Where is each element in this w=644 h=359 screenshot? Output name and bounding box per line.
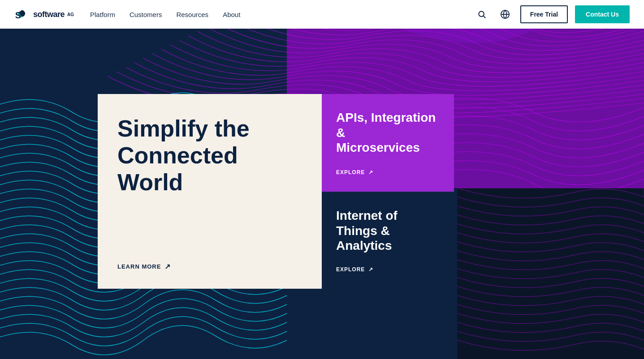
logo-text: software	[33, 10, 65, 19]
iot-card-title: Internet of Things & Analytics	[336, 208, 440, 253]
iot-card[interactable]: Internet of Things & Analytics EXPLORE ↗	[322, 192, 454, 289]
language-button[interactable]	[497, 6, 513, 22]
apis-explore-label: EXPLORE	[336, 169, 365, 175]
iot-explore-link[interactable]: EXPLORE ↗	[336, 266, 440, 273]
nav-links: Platform Customers Resources About	[90, 11, 240, 18]
hero-card: Simplify the Connected World LEARN MORE …	[98, 94, 322, 289]
learn-more-arrow-icon: ↗	[164, 262, 171, 271]
apis-explore-arrow-icon: ↗	[368, 169, 373, 175]
hero-title: Simplify the Connected World	[117, 115, 302, 196]
learn-more-link[interactable]: LEARN MORE ↗	[117, 262, 302, 271]
side-cards: APIs, Integration & Microservices EXPLOR…	[322, 94, 454, 289]
apis-card[interactable]: APIs, Integration & Microservices EXPLOR…	[322, 94, 454, 192]
navbar: S softwareAG Platform Customers Resource…	[0, 0, 644, 29]
nav-link-about[interactable]: About	[223, 11, 240, 18]
search-icon	[477, 10, 486, 19]
nav-link-resources[interactable]: Resources	[176, 11, 208, 18]
contact-us-button[interactable]: Contact Us	[575, 5, 630, 23]
apis-card-title: APIs, Integration & Microservices	[336, 110, 440, 155]
svg-point-1	[479, 11, 484, 17]
hero-section: Simplify the Connected World LEARN MORE …	[0, 0, 644, 359]
svg-line-2	[484, 16, 486, 18]
svg-rect-6	[457, 188, 644, 359]
logo-superscript: AG	[67, 12, 74, 17]
cards-container: Simplify the Connected World LEARN MORE …	[98, 94, 456, 289]
logo-icon: S	[14, 6, 30, 22]
iot-explore-arrow-icon: ↗	[368, 266, 373, 273]
iot-explore-label: EXPLORE	[336, 266, 365, 273]
globe-icon	[500, 9, 510, 19]
apis-explore-link[interactable]: EXPLORE ↗	[336, 169, 440, 175]
free-trial-button[interactable]: Free Trial	[520, 5, 568, 23]
svg-text:S: S	[15, 10, 21, 20]
nav-link-platform[interactable]: Platform	[90, 11, 115, 18]
search-button[interactable]	[474, 6, 490, 22]
learn-more-label: LEARN MORE	[117, 263, 161, 270]
navbar-left: S softwareAG Platform Customers Resource…	[14, 6, 240, 22]
navbar-right: Free Trial Contact Us	[474, 5, 630, 23]
nav-link-customers[interactable]: Customers	[130, 11, 162, 18]
logo[interactable]: S softwareAG	[14, 6, 74, 22]
